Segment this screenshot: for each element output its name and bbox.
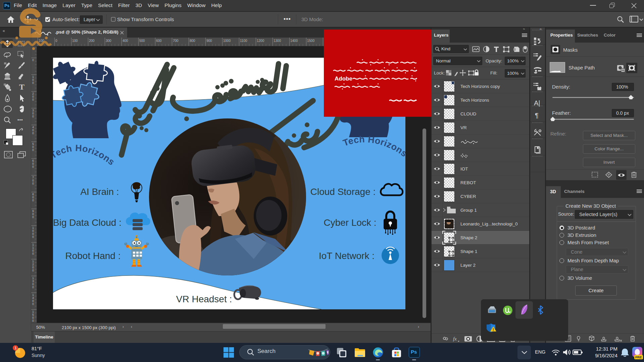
svg-text:PRE: PRE [635,355,642,359]
svg-text:Big Data Cloud :: Big Data Cloud : [53,217,121,228]
svg-text:Robot Hand :: Robot Hand : [65,251,121,261]
svg-text:fx: fx [453,336,457,342]
svg-text:Cyber Lock :: Cyber Lock : [324,217,376,228]
svg-text:T: T [19,83,24,91]
svg-text:A|: A| [534,99,540,107]
svg-text:IoT Network :: IoT Network : [319,251,375,261]
svg-text:Cloud Storage :: Cloud Storage : [310,187,376,197]
svg-text:¶: ¶ [535,112,539,119]
svg-text:1: 1 [15,346,17,350]
svg-text:Adobe: Adobe [335,75,352,82]
svg-text:AI Brain :: AI Brain : [80,187,119,197]
svg-text:VR Headset :: VR Headset : [176,294,232,304]
